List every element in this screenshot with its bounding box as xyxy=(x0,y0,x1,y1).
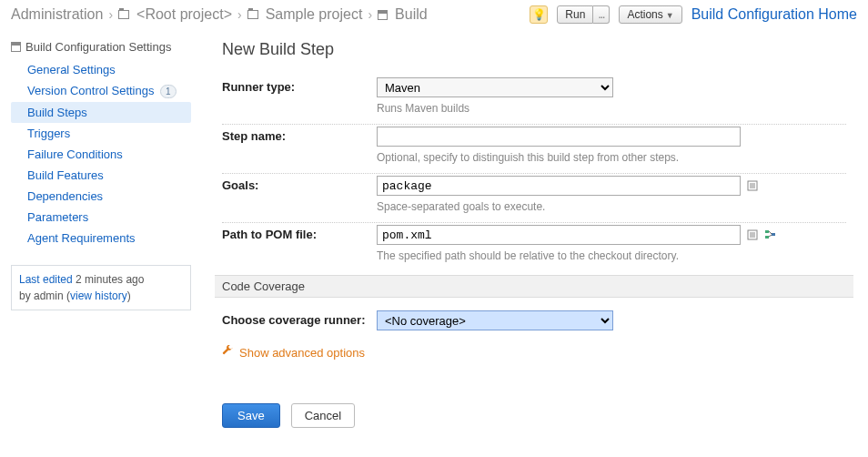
last-edited-link[interactable]: Last edited xyxy=(19,273,73,286)
sidebar: Build Configuration Settings General Set… xyxy=(0,33,200,446)
save-button[interactable]: Save xyxy=(222,403,280,428)
expand-icon[interactable] xyxy=(746,179,759,192)
step-name-hint: Optional, specify to distinguish this bu… xyxy=(377,149,846,164)
sidebar-title: Build Configuration Settings xyxy=(11,40,191,54)
sidebar-item-deps[interactable]: Dependencies xyxy=(11,186,191,207)
run-button-group: Run ... xyxy=(557,5,610,24)
actions-button[interactable]: Actions▼ xyxy=(619,5,681,24)
svg-rect-10 xyxy=(772,233,775,236)
sidebar-item-label: Build Steps xyxy=(27,106,87,119)
goals-hint: Space-separated goals to execute. xyxy=(377,198,846,213)
crumb-config: Build xyxy=(395,6,428,23)
row-coverage: Choose coverage runner: <No coverage> xyxy=(222,305,846,332)
sidebar-item-label: Failure Conditions xyxy=(27,147,123,161)
sidebar-item-label: Dependencies xyxy=(27,189,103,203)
pom-input[interactable] xyxy=(377,225,741,245)
last-edited-by: by admin ( xyxy=(19,289,70,302)
sidebar-nav: General Settings Version Control Setting… xyxy=(11,59,191,249)
coverage-select[interactable]: <No coverage> xyxy=(377,310,613,330)
row-runner-type: Runner type: Maven Runs Maven builds xyxy=(222,72,846,117)
breadcrumb: Administration › <Root project> › Sample… xyxy=(0,0,868,33)
coverage-section-header: Code Coverage xyxy=(215,275,853,298)
paren-close: ) xyxy=(127,289,131,302)
sidebar-item-label: Version Control Settings xyxy=(27,84,154,97)
step-name-label: Step name: xyxy=(222,127,377,143)
row-goals: Goals: Space-separated goals to execute. xyxy=(222,173,846,215)
project-icon xyxy=(247,10,258,19)
row-pom: Path to POM file: The specified path sho… xyxy=(222,222,846,264)
sidebar-item-params[interactable]: Parameters xyxy=(11,207,191,228)
pom-hint: The specified path should be relative to… xyxy=(377,248,846,262)
sidebar-item-features[interactable]: Build Features xyxy=(11,165,191,186)
badge: 1 xyxy=(160,85,177,98)
crumb-admin[interactable]: Administration xyxy=(11,6,103,23)
sidebar-item-vcs[interactable]: Version Control Settings 1 xyxy=(11,80,191,102)
sidebar-item-triggers[interactable]: Triggers xyxy=(11,123,191,144)
sidebar-item-label: Agent Requirements xyxy=(27,231,136,245)
coverage-label: Choose coverage runner: xyxy=(222,310,377,327)
button-row: Save Cancel xyxy=(222,403,846,428)
run-more-button[interactable]: ... xyxy=(593,5,610,24)
project-icon xyxy=(118,10,129,19)
wrench-icon xyxy=(222,345,234,360)
last-edited-time: 2 minutes ago xyxy=(76,273,144,286)
sidebar-item-general[interactable]: General Settings xyxy=(11,59,191,80)
sidebar-meta: Last edited 2 minutes ago by admin (view… xyxy=(11,265,191,310)
chevron-right-icon: › xyxy=(108,7,113,22)
run-button[interactable]: Run xyxy=(557,5,593,24)
pom-label: Path to POM file: xyxy=(222,225,377,241)
chevron-right-icon: › xyxy=(237,7,242,22)
build-config-home-link[interactable]: Build Configuration Home xyxy=(691,6,857,23)
sidebar-item-label: General Settings xyxy=(27,63,116,76)
config-icon xyxy=(11,42,21,52)
sidebar-item-label: Build Features xyxy=(27,168,104,182)
sidebar-item-agent-reqs[interactable]: Agent Requirements xyxy=(11,228,191,249)
svg-line-11 xyxy=(769,231,772,234)
sidebar-item-label: Triggers xyxy=(27,127,70,140)
sidebar-item-build-steps[interactable]: Build Steps xyxy=(11,102,191,123)
runner-type-hint: Runs Maven builds xyxy=(377,100,846,115)
view-history-link[interactable]: view history xyxy=(70,289,127,302)
goals-label: Goals: xyxy=(222,176,377,192)
cancel-button[interactable]: Cancel xyxy=(291,403,355,428)
tree-picker-icon[interactable] xyxy=(764,228,777,241)
show-advanced-label: Show advanced options xyxy=(239,346,365,360)
svg-line-12 xyxy=(769,235,772,237)
caret-down-icon: ▼ xyxy=(666,11,674,20)
sidebar-item-label: Parameters xyxy=(27,210,88,224)
crumb-project[interactable]: Sample project xyxy=(266,6,363,23)
crumb-root[interactable]: <Root project> xyxy=(136,6,232,23)
sidebar-title-text: Build Configuration Settings xyxy=(25,40,171,54)
config-icon xyxy=(378,10,388,20)
svg-rect-8 xyxy=(765,230,769,233)
row-step-name: Step name: Optional, specify to distingu… xyxy=(222,124,846,166)
main-content: New Build Step Runner type: Maven Runs M… xyxy=(200,33,868,446)
goals-input[interactable] xyxy=(377,176,741,196)
sidebar-item-failure[interactable]: Failure Conditions xyxy=(11,144,191,165)
step-name-input[interactable] xyxy=(377,127,741,147)
expand-icon[interactable] xyxy=(746,228,759,241)
svg-rect-9 xyxy=(765,236,769,239)
runner-type-select[interactable]: Maven xyxy=(377,77,613,97)
lightbulb-icon[interactable]: 💡 xyxy=(530,5,548,24)
page-title: New Build Step xyxy=(222,40,846,59)
chevron-right-icon: › xyxy=(368,7,372,22)
actions-label: Actions xyxy=(627,8,662,21)
runner-type-label: Runner type: xyxy=(222,77,377,94)
show-advanced-link[interactable]: Show advanced options xyxy=(222,345,846,360)
